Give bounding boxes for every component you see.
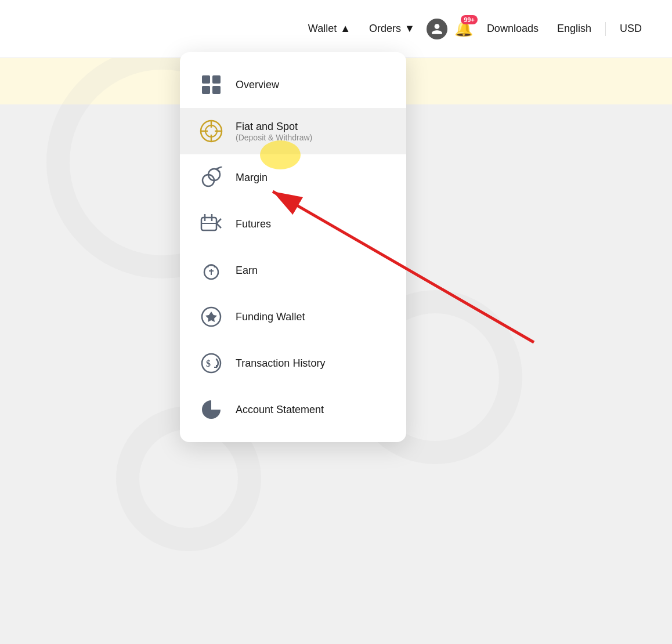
downloads-nav-item[interactable]: Downloads — [480, 18, 545, 39]
english-nav-item[interactable]: English — [550, 18, 598, 39]
orders-label: Orders — [369, 23, 401, 35]
overview-text: Overview — [236, 79, 279, 91]
svg-rect-0 — [202, 75, 210, 84]
svg-line-13 — [216, 169, 220, 172]
fiat-spot-label: Fiat and Spot — [236, 121, 312, 133]
earn-icon — [198, 258, 224, 283]
menu-item-funding-wallet[interactable]: Funding Wallet — [180, 294, 406, 340]
fiat-spot-icon — [198, 118, 224, 144]
menu-item-fiat-and-spot[interactable]: Fiat and Spot (Deposit & Withdraw) — [180, 108, 406, 154]
menu-item-account-statement[interactable]: Account Statement — [180, 386, 406, 433]
menu-item-transaction-history[interactable]: $ Transaction History — [180, 340, 406, 386]
funding-wallet-label: Funding Wallet — [236, 311, 305, 323]
wallet-dropdown-menu: Overview Fiat and Spot (Deposit & Withdr… — [180, 52, 406, 442]
futures-text: Futures — [236, 218, 271, 230]
orders-nav-item[interactable]: Orders ▼ — [362, 18, 422, 39]
english-label: English — [557, 23, 591, 35]
wallet-nav-item[interactable]: Wallet ▲ — [301, 18, 357, 39]
menu-item-margin[interactable]: Margin — [180, 154, 406, 201]
transaction-history-text: Transaction History — [236, 357, 325, 370]
funding-wallet-text: Funding Wallet — [236, 311, 305, 323]
margin-text: Margin — [236, 172, 268, 184]
menu-item-overview[interactable]: Overview — [180, 61, 406, 108]
svg-line-12 — [216, 167, 222, 169]
account-statement-label: Account Statement — [236, 404, 324, 416]
svg-rect-1 — [212, 75, 221, 84]
user-avatar[interactable] — [427, 19, 447, 39]
svg-marker-24 — [205, 312, 217, 322]
wallet-label: Wallet — [308, 23, 337, 35]
margin-label: Margin — [236, 172, 268, 184]
funding-wallet-icon — [198, 304, 224, 330]
menu-item-futures[interactable]: Futures — [180, 201, 406, 247]
usd-label: USD — [620, 23, 642, 35]
transaction-history-icon: $ — [198, 350, 224, 376]
overview-label: Overview — [236, 79, 279, 91]
margin-icon — [198, 165, 224, 190]
account-statement-icon — [198, 397, 224, 422]
transaction-history-label: Transaction History — [236, 357, 325, 370]
notification-button[interactable]: 🔔 99+ — [452, 17, 475, 41]
orders-chevron-down-icon: ▼ — [404, 23, 415, 35]
futures-icon — [198, 211, 224, 237]
usd-nav-item[interactable]: USD — [613, 18, 649, 39]
svg-rect-3 — [212, 86, 221, 94]
wallet-chevron-up-icon: ▲ — [340, 23, 351, 35]
svg-rect-2 — [202, 86, 210, 94]
futures-label: Futures — [236, 218, 271, 230]
navbar: Wallet ▲ Orders ▼ 🔔 99+ Downloads Englis… — [0, 0, 672, 58]
fiat-spot-sublabel: (Deposit & Withdraw) — [236, 133, 312, 142]
notification-badge: 99+ — [461, 15, 478, 24]
earn-label: Earn — [236, 265, 258, 277]
nav-divider — [605, 22, 606, 36]
earn-text: Earn — [236, 265, 258, 277]
fiat-spot-text: Fiat and Spot (Deposit & Withdraw) — [236, 121, 312, 142]
svg-text:$: $ — [206, 359, 211, 368]
menu-item-earn[interactable]: Earn — [180, 247, 406, 294]
overview-icon — [198, 72, 224, 97]
downloads-label: Downloads — [487, 23, 539, 35]
account-statement-text: Account Statement — [236, 404, 324, 416]
